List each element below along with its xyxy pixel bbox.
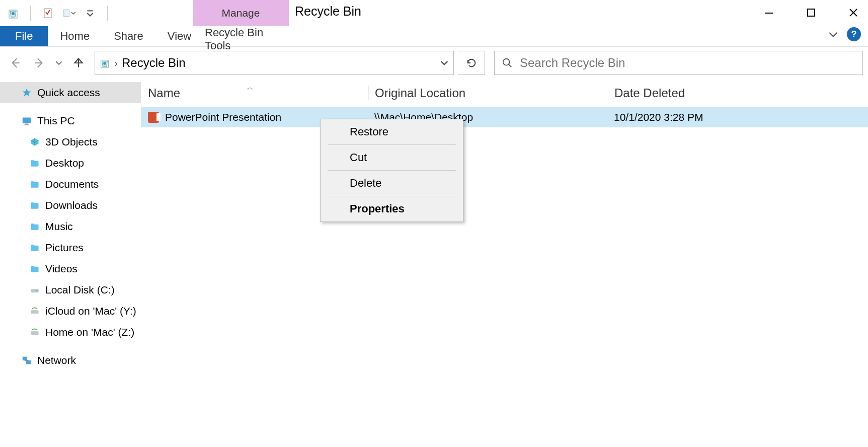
sidebar-item-network[interactable]: Network (0, 350, 141, 371)
svg-rect-22 (31, 202, 35, 204)
ribbon-context-label: Manage (222, 7, 260, 19)
tab-file[interactable]: File (0, 26, 48, 46)
tab-label: View (168, 30, 191, 43)
sidebar-item-music[interactable]: Music (0, 216, 141, 237)
folder-icon (29, 263, 40, 274)
svg-rect-33 (23, 357, 27, 360)
sidebar-item-label: Documents (45, 178, 99, 190)
close-button[interactable] (844, 3, 863, 22)
menu-label: Delete (350, 177, 382, 190)
navigation-pane: Quick access This PC 3D Objects Desktop … (0, 79, 141, 447)
refresh-button[interactable] (458, 51, 485, 75)
sidebar-item-3d-objects[interactable]: 3D Objects (0, 131, 141, 153)
column-label: Date Deleted (614, 86, 685, 100)
sidebar-item-downloads[interactable]: Downloads (0, 195, 141, 216)
sidebar-item-home-drive[interactable]: Home on 'Mac' (Z:) (0, 322, 141, 343)
svg-rect-24 (31, 224, 35, 225)
recent-locations-button[interactable] (53, 53, 64, 73)
svg-line-13 (509, 64, 512, 67)
customize-qat-icon[interactable] (83, 6, 97, 20)
quick-access-toolbar (0, 6, 111, 21)
drive-icon (29, 284, 40, 295)
sidebar-item-label: Network (37, 354, 76, 366)
column-header-date[interactable]: Date Deleted (608, 86, 868, 100)
sidebar-item-icloud-drive[interactable]: iCloud on 'Mac' (Y:) (0, 301, 141, 322)
properties-icon[interactable] (41, 6, 55, 20)
sidebar-item-label: Local Disk (C:) (45, 284, 115, 296)
column-label: Name (148, 86, 180, 100)
sidebar-item-quick-access[interactable]: Quick access (0, 82, 141, 103)
svg-point-1 (12, 12, 15, 15)
file-name: PowerPoint Presentation (165, 111, 281, 123)
cube-icon (29, 136, 40, 147)
search-input[interactable] (520, 56, 855, 70)
folder-icon (29, 242, 40, 253)
back-button[interactable] (5, 53, 25, 73)
network-drive-icon (29, 327, 40, 338)
svg-rect-3 (64, 10, 69, 17)
svg-rect-32 (31, 331, 39, 335)
powerpoint-icon (148, 112, 159, 123)
sidebar-item-label: Desktop (45, 157, 84, 169)
chevron-down-icon[interactable] (71, 10, 76, 16)
star-icon (21, 87, 32, 98)
file-date: 10/1/2020 3:28 PM (614, 111, 703, 123)
pc-icon (21, 115, 32, 126)
breadcrumb-chevron-icon[interactable]: › (114, 57, 118, 69)
sidebar-item-label: Home on 'Mac' (Z:) (45, 326, 134, 338)
context-menu-properties[interactable]: Properties (321, 196, 463, 221)
sidebar-item-label: iCloud on 'Mac' (Y:) (45, 305, 136, 317)
context-menu-restore[interactable]: Restore (321, 119, 463, 144)
column-label: Original Location (375, 86, 465, 100)
help-icon[interactable]: ? (847, 27, 861, 41)
nav-bar: › Recycle Bin (0, 47, 868, 79)
sort-ascending-icon: ︿ (247, 83, 254, 92)
breadcrumb-location[interactable]: Recycle Bin (122, 56, 186, 70)
svg-rect-5 (765, 13, 773, 14)
new-folder-icon[interactable] (62, 6, 76, 20)
menu-label: Restore (350, 125, 388, 138)
sidebar-item-desktop[interactable]: Desktop (0, 153, 141, 174)
sidebar-item-this-pc[interactable]: This PC (0, 110, 141, 131)
network-icon (21, 355, 32, 366)
up-button[interactable] (68, 53, 89, 73)
tab-label: Share (114, 30, 143, 43)
sidebar-item-local-disk-c[interactable]: Local Disk (C:) (0, 279, 141, 301)
svg-point-11 (103, 62, 106, 65)
sidebar-item-label: Pictures (45, 242, 84, 254)
sidebar-item-pictures[interactable]: Pictures (0, 237, 141, 258)
sidebar-item-documents[interactable]: Documents (0, 174, 141, 195)
tab-label: File (15, 30, 33, 43)
context-menu-delete[interactable]: Delete (321, 171, 463, 196)
svg-rect-15 (25, 124, 28, 125)
sidebar-item-label: Music (45, 220, 73, 233)
recycle-bin-icon[interactable] (6, 6, 20, 20)
svg-rect-6 (808, 9, 815, 16)
search-box[interactable] (494, 51, 863, 75)
sidebar-item-label: This PC (37, 115, 75, 127)
column-header-origin[interactable]: Original Location (368, 86, 608, 100)
svg-rect-16 (24, 124, 29, 125)
tab-home[interactable]: Home (48, 26, 102, 46)
address-bar[interactable]: › Recycle Bin (95, 51, 454, 75)
tab-recycle-bin-tools[interactable]: Recycle Bin Tools (193, 26, 289, 52)
maximize-button[interactable] (802, 3, 821, 22)
recycle-bin-icon (99, 57, 110, 68)
column-header-name[interactable]: ︿ Name (141, 86, 368, 100)
sidebar-item-videos[interactable]: Videos (0, 258, 141, 279)
ribbon-right: ? (828, 27, 861, 41)
window-controls (759, 3, 863, 22)
forward-button[interactable] (29, 53, 49, 73)
context-menu-cut[interactable]: Cut (321, 145, 463, 170)
collapse-ribbon-icon[interactable] (828, 29, 839, 40)
folder-icon (29, 200, 40, 211)
minimize-button[interactable] (759, 3, 778, 22)
context-menu: Restore Cut Delete Properties (320, 119, 463, 222)
window-title: Recycle Bin (295, 4, 361, 19)
tab-share[interactable]: Share (102, 26, 155, 46)
file-row[interactable]: PowerPoint Presentation \\Mac\Home\Deskt… (141, 107, 868, 127)
file-list: ︿ Name Original Location Date Deleted Po… (141, 79, 868, 447)
tab-label: Recycle Bin Tools (205, 26, 277, 52)
sidebar-item-label: Downloads (45, 199, 98, 211)
chevron-down-icon[interactable] (440, 59, 448, 67)
